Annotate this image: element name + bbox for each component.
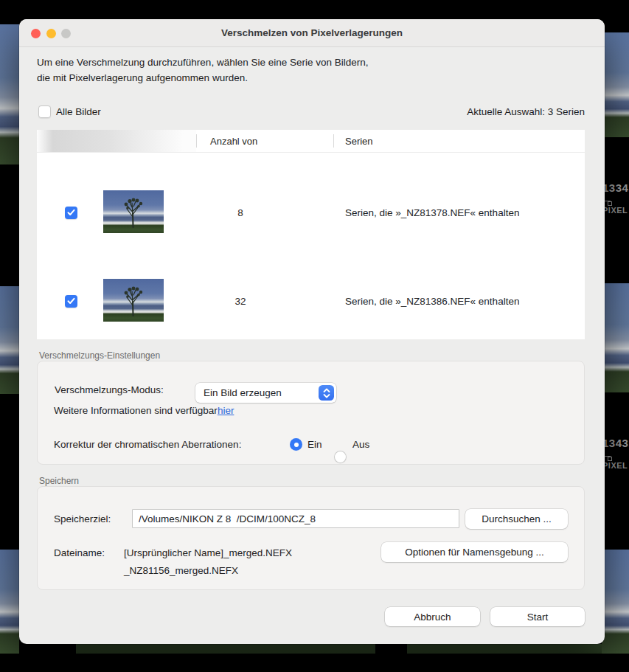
background-thumbnail [602,283,629,392]
ca-off-radio[interactable] [334,451,347,463]
pixel-shift-badge: PIXEL [602,461,629,470]
ca-on-radio[interactable] [290,438,302,451]
filename-example: _NZ81156_merged.NEFX [124,565,238,576]
selection-status: Aktuelle Auswahl: 3 Serien [467,106,585,117]
tree-photo-icon [103,279,164,322]
save-target-input[interactable] [132,509,459,528]
series-count: 32 [196,296,285,307]
merge-mode-label: Verschmelzungs-Modus: [55,384,164,395]
series-row-checkbox[interactable] [65,295,77,308]
series-thumbnail[interactable] [103,279,164,322]
background-thumbnail [407,644,602,654]
series-description: Serien, die »_NZ81386.NEF« enthalten [345,296,519,307]
series-table: Anzahl von Serien [37,130,585,339]
tree-photo-icon [103,190,164,233]
file-number: 1343. [602,437,629,449]
merge-settings-section-label: Verschmelzungs-Einstellungen [39,350,160,361]
filename-label: Dateiname: [54,547,105,558]
save-group: Speicherziel: Durchsuchen ... Dateiname:… [37,486,585,590]
background-thumbnail [0,286,19,394]
series-row-checkbox[interactable] [65,207,77,219]
background-thumbnail [76,644,375,654]
title-bar[interactable]: Verschmelzen von Pixelverlagerungen [19,19,605,47]
checkmark-icon [67,297,75,305]
filename-pattern: [Ursprünglicher Name]_merged.NEFX [124,547,292,558]
file-number: 1334. [602,181,629,194]
column-header-anzahl[interactable]: Anzahl von [210,130,257,153]
chevron-up-down-icon [319,385,334,401]
all-images-label: Alle Bilder [56,106,101,117]
thumbnail-filename-label: 1343. PIXEL [602,437,629,470]
background-thumbnail [0,550,19,654]
merge-mode-popup[interactable]: Ein Bild erzeugen [195,383,336,403]
thumbnail-column-header[interactable] [37,130,196,152]
naming-options-button[interactable]: Optionen für Namensgebung ... [381,542,568,562]
dialog-description-line2: die mit Pixelverlagerung aufgenommen wur… [37,72,248,83]
table-header: Anzahl von Serien [37,130,585,153]
more-info-link[interactable]: hier [218,405,234,416]
series-thumbnail[interactable] [103,190,164,233]
checkmark-icon [67,209,75,216]
series-count: 8 [196,207,285,218]
background-thumbnail [0,24,19,164]
background-thumbnail [602,550,629,654]
column-divider [196,134,197,148]
cancel-button[interactable]: Abbruch [385,607,480,626]
merge-settings-group: Verschmelzungs-Modus: Ein Bild erzeugen … [37,361,585,465]
browse-button[interactable]: Durchsuchen ... [465,509,568,529]
all-images-checkbox[interactable] [38,105,51,118]
window-title: Verschmelzen von Pixelverlagerungen [19,19,605,47]
thumbnail-filename-label: 1334. PIXEL [602,181,629,215]
dialog-description-line1: Um eine Verschmelzung durchzuführen, wäh… [37,57,369,68]
background-thumbnail [602,32,629,137]
pixel-shift-merge-dialog: Verschmelzen von Pixelverlagerungen Um e… [19,19,605,644]
save-section-label: Speichern [39,476,79,486]
ca-on-label: Ein [307,439,322,450]
pixel-shift-badge: PIXEL [602,206,629,215]
ca-off-label: Aus [352,439,369,450]
column-divider [333,134,334,148]
more-info-text: Weitere Informationen sind verfügbarhier [54,405,234,416]
chromatic-aberration-label: Korrektur der chromatischen Aberrationen… [54,439,241,450]
desktop-background: 1334. PIXEL 1343. PIXEL Verschmelzen von… [0,0,629,672]
series-description: Serien, die »_NZ81378.NEF« enthalten [345,207,519,218]
merge-mode-value: Ein Bild erzeugen [204,387,282,398]
column-header-serien[interactable]: Serien [345,130,373,153]
save-target-label: Speicherziel: [54,513,111,524]
start-button[interactable]: Start [490,607,585,626]
